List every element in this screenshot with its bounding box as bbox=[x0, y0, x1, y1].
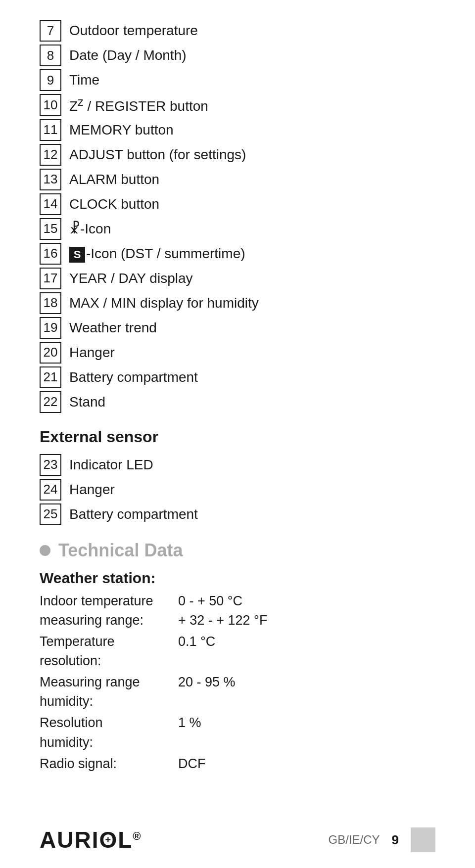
page-thumbnail bbox=[411, 827, 435, 852]
item-number: 10 bbox=[40, 94, 61, 116]
tech-value: + 32 - + 122 °F bbox=[178, 611, 267, 630]
tech-row: Indoor temperaturemeasuring range:0 - + … bbox=[40, 592, 435, 630]
numbered-list: 7Outdoor temperature8Date (Day / Month)9… bbox=[40, 20, 435, 413]
footer-right: GB/IE/CY 9 bbox=[329, 827, 436, 852]
list-item: 10Zz / REGISTER button bbox=[40, 94, 435, 116]
list-item: 8Date (Day / Month) bbox=[40, 45, 435, 66]
brand-o: O+ bbox=[99, 826, 118, 853]
item-number: 20 bbox=[40, 342, 61, 364]
weather-station-label: Weather station: bbox=[40, 570, 435, 587]
item-number: 13 bbox=[40, 169, 61, 190]
item-label: Indicator LED bbox=[69, 455, 153, 474]
item-number: 14 bbox=[40, 193, 61, 215]
item-number: 16 bbox=[40, 243, 61, 265]
tech-row: Radio signal:DCF bbox=[40, 754, 435, 774]
item-number: 7 bbox=[40, 20, 61, 42]
tech-key: Radio signal: bbox=[40, 754, 178, 774]
footer: AURIO+L® GB/IE/CY 9 bbox=[0, 826, 475, 853]
list-item: 23Indicator LED bbox=[40, 454, 435, 476]
item-number: 15 bbox=[40, 218, 61, 240]
item-label: CLOCK button bbox=[69, 194, 159, 214]
item-label: YEAR / DAY display bbox=[69, 269, 193, 288]
locale-text: GB/IE/CY bbox=[329, 833, 380, 847]
list-item: 25Battery compartment bbox=[40, 503, 435, 525]
item-label: Hanger bbox=[69, 480, 115, 499]
item-label: Stand bbox=[69, 392, 105, 411]
technical-data-table: Indoor temperaturemeasuring range:0 - + … bbox=[40, 592, 435, 774]
tech-val-block: 0 - + 50 °C+ 32 - + 122 °F bbox=[178, 592, 267, 630]
item-number: 23 bbox=[40, 454, 61, 476]
item-label: ALARM button bbox=[69, 170, 159, 189]
item-number: 12 bbox=[40, 144, 61, 166]
registered-symbol: ® bbox=[133, 830, 142, 842]
brand-text: AURI bbox=[40, 827, 99, 853]
tech-row: Resolutionhumidity:1 % bbox=[40, 713, 435, 752]
tech-val-block: 1 % bbox=[178, 713, 201, 752]
item-label: ADJUST button (for settings) bbox=[69, 145, 246, 164]
item-label: Battery compartment bbox=[69, 504, 198, 524]
item-label: MAX / MIN display for humidity bbox=[69, 293, 259, 313]
tech-key: Resolutionhumidity: bbox=[40, 713, 178, 752]
item-label: S-Icon (DST / summertime) bbox=[69, 244, 245, 263]
brand-l: L bbox=[118, 827, 133, 853]
list-item: 15☧-Icon bbox=[40, 218, 435, 240]
item-number: 11 bbox=[40, 119, 61, 141]
list-item: 9Time bbox=[40, 69, 435, 91]
tech-val-block: 0.1 °C bbox=[178, 632, 215, 671]
tech-value: DCF bbox=[178, 754, 206, 774]
list-item: 11MEMORY button bbox=[40, 119, 435, 141]
tech-key: Measuring rangehumidity: bbox=[40, 673, 178, 711]
item-number: 25 bbox=[40, 503, 61, 525]
tech-value: 0 - + 50 °C bbox=[178, 592, 267, 611]
item-number: 8 bbox=[40, 45, 61, 66]
tech-val-block: 20 - 95 % bbox=[178, 673, 236, 711]
item-number: 19 bbox=[40, 317, 61, 339]
list-item: 14CLOCK button bbox=[40, 193, 435, 215]
technical-data-header: Technical Data bbox=[40, 540, 435, 561]
item-label: Battery compartment bbox=[69, 367, 198, 387]
list-item: 17YEAR / DAY display bbox=[40, 268, 435, 289]
item-number: 17 bbox=[40, 268, 61, 289]
list-item: 19Weather trend bbox=[40, 317, 435, 339]
list-item: 16S-Icon (DST / summertime) bbox=[40, 243, 435, 265]
list-item: 18MAX / MIN display for humidity bbox=[40, 292, 435, 314]
item-label: Weather trend bbox=[69, 318, 157, 337]
tech-key: Indoor temperaturemeasuring range: bbox=[40, 592, 178, 630]
tech-key: Temperatureresolution: bbox=[40, 632, 178, 671]
item-label: Outdoor temperature bbox=[69, 21, 198, 40]
brand-name: AURIO+L® bbox=[40, 826, 142, 853]
external-numbered-list: 23Indicator LED24Hanger25Battery compart… bbox=[40, 454, 435, 525]
item-label: Zz / REGISTER button bbox=[69, 94, 208, 116]
external-sensor-title: External sensor bbox=[40, 428, 435, 446]
tech-value: 1 % bbox=[178, 713, 201, 732]
list-item: 24Hanger bbox=[40, 479, 435, 501]
tech-row: Temperatureresolution:0.1 °C bbox=[40, 632, 435, 671]
list-item: 13ALARM button bbox=[40, 169, 435, 190]
tech-row: Measuring rangehumidity:20 - 95 % bbox=[40, 673, 435, 711]
item-number: 9 bbox=[40, 69, 61, 91]
item-number: 18 bbox=[40, 292, 61, 314]
item-label: Time bbox=[69, 70, 99, 90]
item-label: Date (Day / Month) bbox=[69, 46, 187, 65]
page-number: 9 bbox=[392, 832, 399, 848]
external-sensor-section: External sensor 23Indicator LED24Hanger2… bbox=[40, 428, 435, 525]
tech-value: 0.1 °C bbox=[178, 632, 215, 651]
list-item: 21Battery compartment bbox=[40, 366, 435, 388]
list-item: 7Outdoor temperature bbox=[40, 20, 435, 42]
tech-val-block: DCF bbox=[178, 754, 206, 774]
tech-value: 20 - 95 % bbox=[178, 673, 236, 692]
item-label: Hanger bbox=[69, 343, 115, 362]
list-item: 22Stand bbox=[40, 391, 435, 413]
item-number: 21 bbox=[40, 366, 61, 388]
item-label: MEMORY button bbox=[69, 120, 174, 139]
list-item: 12ADJUST button (for settings) bbox=[40, 144, 435, 166]
list-item: 20Hanger bbox=[40, 342, 435, 364]
bullet-icon bbox=[40, 545, 50, 556]
item-label: ☧-Icon bbox=[69, 219, 111, 238]
item-number: 22 bbox=[40, 391, 61, 413]
technical-data-title: Technical Data bbox=[58, 540, 183, 561]
item-number: 24 bbox=[40, 479, 61, 501]
